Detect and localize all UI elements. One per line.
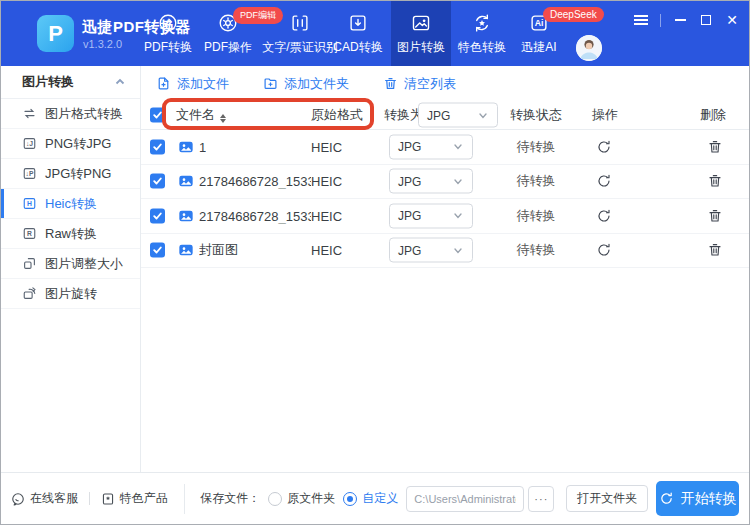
svg-text:R: R [27, 230, 32, 237]
radio-checked-icon [343, 492, 357, 506]
menu-icon[interactable] [634, 13, 648, 27]
sidebar-item-jpg-to-png[interactable]: ↓P JPG转PNG [1, 159, 140, 189]
featured-products-label: 特色产品 [120, 490, 168, 507]
row-checkbox[interactable] [150, 139, 165, 154]
delete-row-button[interactable] [701, 169, 729, 193]
select-all-checkbox[interactable] [150, 108, 165, 123]
row-format-select[interactable]: JPG [389, 134, 473, 159]
save-path-input[interactable] [406, 486, 524, 512]
selected-format: JPG [398, 174, 421, 188]
app-window: P 迅捷PDF转换器 v1.3.2.0 PDF转换 PDF操作 文字/票证识别 … [0, 0, 750, 525]
sidebar-item-image-format-convert[interactable]: 图片格式转换 [1, 99, 140, 129]
row-format-select[interactable]: JPG [389, 238, 473, 263]
sidebar-item-image-resize[interactable]: 图片调整大小 [1, 249, 140, 279]
cad-icon [347, 12, 369, 34]
clear-list-button[interactable]: 清空列表 [383, 75, 456, 93]
maximize-button[interactable] [699, 13, 713, 27]
global-format-select[interactable]: JPG [418, 103, 498, 128]
title-bar: P 迅捷PDF转换器 v1.3.2.0 PDF转换 PDF操作 文字/票证识别 … [1, 1, 749, 66]
svg-text:↓P: ↓P [26, 170, 34, 177]
featured-products-link[interactable]: 特色产品 [101, 490, 168, 507]
jpg-png-icon: ↓P [22, 166, 37, 181]
column-operation: 操作 [565, 106, 645, 124]
user-avatar[interactable] [576, 35, 602, 61]
sidebar-item-label: 图片旋转 [45, 285, 97, 303]
check-icon [152, 110, 163, 121]
convert-row-button[interactable] [590, 135, 618, 159]
sidebar-item-image-rotate[interactable]: 图片旋转 [1, 279, 140, 309]
sidebar-item-label: 图片调整大小 [45, 255, 123, 273]
refresh-icon [659, 491, 674, 506]
start-convert-button[interactable]: 开始转换 [656, 481, 739, 516]
trash-icon [707, 208, 723, 224]
tab-label: PDF操作 [204, 39, 252, 56]
convert-row-button[interactable] [590, 204, 618, 228]
selected-format: JPG [427, 108, 450, 122]
row-format-select[interactable]: JPG [389, 169, 473, 194]
chevron-up-icon [114, 76, 126, 88]
column-delete: 删除 [676, 106, 750, 124]
row-status: 待转换 [494, 241, 578, 259]
svg-text:↓J: ↓J [26, 140, 33, 147]
footer-section-divider [184, 484, 185, 514]
tab-label: 特色转换 [458, 39, 506, 56]
file-format: HEIC [311, 174, 342, 189]
tab-label: 迅捷AI [521, 39, 556, 56]
folder-plus-icon [263, 76, 278, 91]
save-file-label: 保存文件： [200, 490, 260, 507]
resize-icon [22, 256, 37, 271]
sidebar-item-png-to-jpg[interactable]: ↓J PNG转JPG [1, 129, 140, 159]
table-row: 21784686728_153319374 HEIC JPG 待转换 [141, 165, 749, 200]
check-icon [152, 245, 163, 256]
chat-support-icon [11, 492, 25, 506]
sidebar-item-heic-convert[interactable]: H Heic转换 [1, 189, 140, 219]
check-icon [152, 210, 163, 221]
add-folder-button[interactable]: 添加文件夹 [263, 75, 349, 93]
sidebar-group-image-convert[interactable]: 图片转换 [1, 66, 140, 99]
tab-cad-convert[interactable]: CAD转换 [329, 1, 387, 66]
table-row: 封面图 HEIC JPG 待转换 [141, 234, 749, 269]
row-checkbox[interactable] [150, 208, 165, 223]
tab-label: PDF转换 [144, 39, 192, 56]
tab-special-convert[interactable]: 特色转换 [453, 1, 511, 66]
row-format-select[interactable]: JPG [389, 203, 473, 228]
convert-row-button[interactable] [590, 238, 618, 262]
row-status: 待转换 [494, 172, 578, 190]
file-format: HEIC [311, 139, 342, 154]
column-filename[interactable]: 文件名 [176, 106, 226, 124]
file-list-panel: 添加文件 添加文件夹 清空列表 文件名 原始格式 转换为 JPG 转换状态 [141, 66, 749, 472]
svg-text:Ai: Ai [535, 18, 544, 28]
swap-circle-icon [157, 12, 179, 34]
delete-row-button[interactable] [701, 135, 729, 159]
window-controls: ✕ [634, 13, 739, 27]
radio-original-label: 原文件夹 [287, 490, 335, 507]
row-checkbox[interactable] [150, 174, 165, 189]
radio-custom-folder[interactable]: 自定义 [343, 490, 398, 507]
sidebar-item-label: PNG转JPG [45, 135, 111, 153]
radio-original-folder[interactable]: 原文件夹 [268, 490, 335, 507]
sidebar-item-raw-convert[interactable]: R Raw转换 [1, 219, 140, 249]
convert-row-button[interactable] [590, 169, 618, 193]
table-row: 1 HEIC JPG 待转换 [141, 130, 749, 165]
file-name: 封面图 [199, 241, 238, 259]
add-file-button[interactable]: 添加文件 [156, 75, 229, 93]
tab-pdf-convert[interactable]: PDF转换 [139, 1, 197, 66]
close-button[interactable]: ✕ [725, 13, 739, 27]
tab-image-convert[interactable]: 图片转换 [391, 1, 451, 66]
image-file-icon [178, 139, 194, 155]
chevron-down-icon [452, 175, 464, 187]
sort-icon[interactable] [220, 114, 226, 123]
open-folder-button[interactable]: 打开文件夹 [566, 485, 648, 512]
minimize-button[interactable] [673, 13, 687, 27]
trash-icon [383, 76, 398, 91]
table-row: 21784686728_153319406 HEIC JPG 待转换 [141, 199, 749, 234]
browse-path-button[interactable]: ··· [528, 486, 554, 512]
deepseek-badge: DeepSeek [543, 7, 604, 22]
sidebar-item-label: JPG转PNG [45, 165, 111, 183]
delete-row-button[interactable] [701, 204, 729, 228]
trash-icon [707, 242, 723, 258]
online-support-link[interactable]: 在线客服 [11, 490, 78, 507]
delete-row-button[interactable] [701, 238, 729, 262]
row-checkbox[interactable] [150, 243, 165, 258]
selected-format: JPG [398, 140, 421, 154]
